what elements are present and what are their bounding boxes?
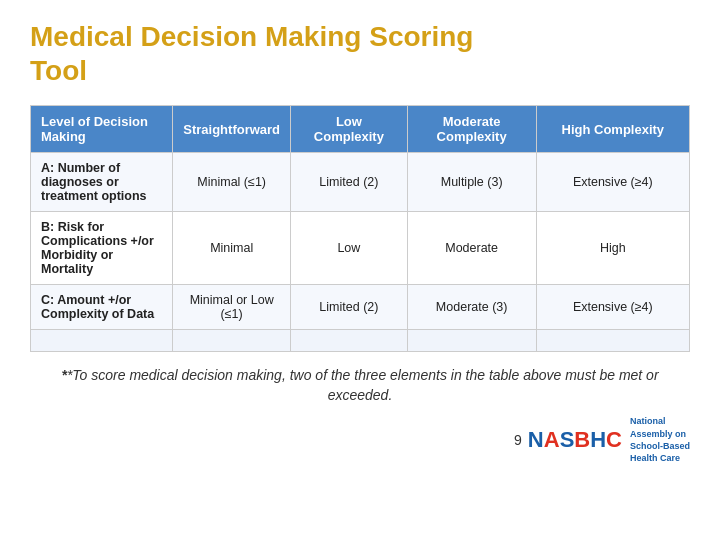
logo-side-line4: Health Care <box>630 453 680 463</box>
row-a-high: Extensive (≥4) <box>536 153 689 212</box>
nasbhc-full-name: National Assembly on School-Based Health… <box>630 415 690 464</box>
table-row: C: Amount +/or Complexity of Data Minima… <box>31 285 690 330</box>
mdm-table: Level of Decision Making Straightforward… <box>30 105 690 352</box>
logo-letter-s: S <box>560 427 575 452</box>
table-row: A: Number of diagnoses or treatment opti… <box>31 153 690 212</box>
logo-letter-h: H <box>590 427 606 452</box>
logo-side-line2: Assembly on <box>630 429 686 439</box>
logo-letter-b: B <box>574 427 590 452</box>
col-header-low: Low Complexity <box>291 106 408 153</box>
logo-side-line1: National <box>630 416 666 426</box>
col-header-decision: Level of Decision Making <box>31 106 173 153</box>
table-header-row: Level of Decision Making Straightforward… <box>31 106 690 153</box>
footer-note: **To score medical decision making, two … <box>30 366 690 405</box>
col-header-moderate: Moderate Complexity <box>407 106 536 153</box>
page-number: 9 <box>514 432 522 448</box>
row-b-low: Low <box>291 212 408 285</box>
row-c-moderate: Moderate (3) <box>407 285 536 330</box>
row-c-high: Extensive (≥4) <box>536 285 689 330</box>
nasbhc-acronym: NASBHC <box>528 427 622 453</box>
row-b-moderate: Moderate <box>407 212 536 285</box>
logo-letter-n: N <box>528 427 544 452</box>
row-a-moderate: Multiple (3) <box>407 153 536 212</box>
footer-bottom: 9 NASBHC National Assembly on School-Bas… <box>30 415 690 464</box>
col-header-straightforward: Straightforward <box>173 106 291 153</box>
logo-letter-a: A <box>544 427 560 452</box>
row-a-label: A: Number of diagnoses or treatment opti… <box>31 153 173 212</box>
table-row-empty <box>31 330 690 352</box>
row-c-label: C: Amount +/or Complexity of Data <box>31 285 173 330</box>
nasbhc-logo: NASBHC National Assembly on School-Based… <box>528 415 690 464</box>
row-c-straightforward: Minimal or Low (≤1) <box>173 285 291 330</box>
row-b-high: High <box>536 212 689 285</box>
col-header-high: High Complexity <box>536 106 689 153</box>
logo-side-line3: School-Based <box>630 441 690 451</box>
title-line2: Tool <box>30 55 87 86</box>
row-c-low: Limited (2) <box>291 285 408 330</box>
row-a-straightforward: Minimal (≤1) <box>173 153 291 212</box>
slide-title: Medical Decision Making Scoring Tool <box>30 20 690 87</box>
row-b-straightforward: Minimal <box>173 212 291 285</box>
title-line1: Medical Decision Making Scoring <box>30 21 473 52</box>
row-b-label: B: Risk for Complications +/or Morbidity… <box>31 212 173 285</box>
logo-letter-c: C <box>606 427 622 452</box>
table-row: B: Risk for Complications +/or Morbidity… <box>31 212 690 285</box>
footer-note-text: *To score medical decision making, two o… <box>67 367 659 403</box>
row-a-low: Limited (2) <box>291 153 408 212</box>
